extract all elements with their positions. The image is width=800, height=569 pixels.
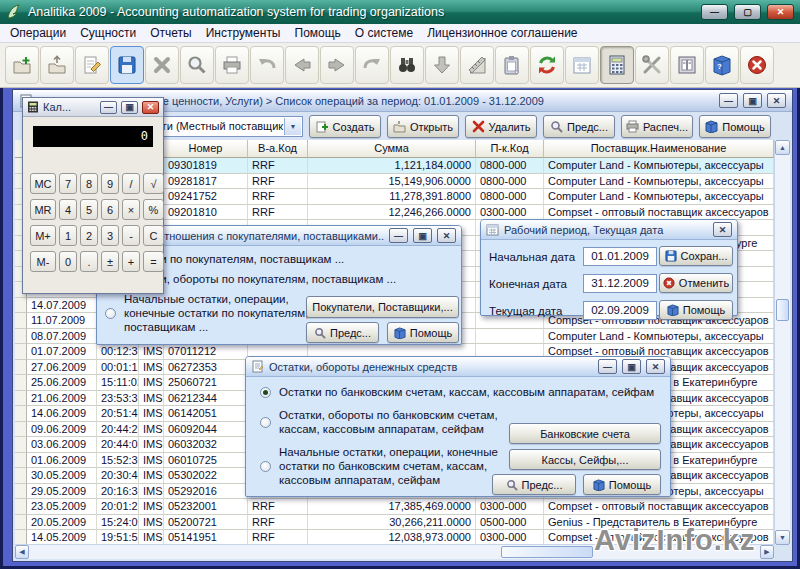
calculator-key[interactable]: ×	[122, 199, 140, 220]
header-pcode[interactable]: П-к.Код	[476, 140, 544, 158]
calculator-key[interactable]: =	[143, 251, 164, 272]
row-selector[interactable]	[15, 422, 27, 438]
header-sum[interactable]: Сумма	[308, 140, 476, 158]
menu-item[interactable]: Лицензионное соглашение	[427, 26, 577, 40]
list-maximize-button[interactable]: ▣	[743, 93, 762, 108]
calc-close-button[interactable]: ✕	[142, 101, 159, 114]
date-input[interactable]: 31.12.2009	[583, 274, 657, 293]
bank-accounts-button[interactable]: Банковские счета	[509, 423, 661, 444]
calculator-key[interactable]: MR	[30, 199, 56, 220]
delete-icon[interactable]	[145, 46, 179, 84]
undo-icon[interactable]	[250, 46, 284, 84]
menu-item[interactable]: Операции	[10, 26, 66, 40]
cash-preview-button[interactable]: Предс...	[492, 474, 576, 495]
partners-preview-button[interactable]: Предс...	[306, 322, 379, 343]
search-icon[interactable]	[180, 46, 214, 84]
chevron-down-icon[interactable]: ▼	[284, 118, 301, 135]
calc-minimize-button[interactable]: —	[100, 101, 117, 114]
calculator-key[interactable]: M+	[30, 225, 56, 246]
preview-button[interactable]: Предс...	[543, 115, 615, 138]
row-selector[interactable]	[15, 406, 27, 422]
row-selector[interactable]	[15, 515, 27, 531]
row-selector[interactable]	[15, 375, 27, 391]
delete-button[interactable]: Удалить	[465, 115, 537, 138]
header-supplier[interactable]: Поставщик.Наименование	[544, 140, 774, 158]
partners-help-button[interactable]: Помощь	[387, 322, 459, 343]
close-button[interactable]: ✕	[767, 4, 794, 20]
row-selector[interactable]	[15, 360, 27, 376]
calculator-key[interactable]: /	[122, 173, 140, 194]
calculator-key[interactable]: 5	[80, 199, 98, 220]
table-row[interactable]: 23.05.2009 20:01:22 IMS 05232001 RRF 17,…	[15, 499, 774, 515]
refresh-icon[interactable]	[530, 46, 564, 84]
back-icon[interactable]	[285, 46, 319, 84]
row-selector[interactable]	[15, 499, 27, 515]
calculator-key[interactable]: +	[122, 251, 140, 272]
period-help-button[interactable]: Помощь	[659, 300, 733, 320]
date-input[interactable]: 01.01.2009	[583, 247, 657, 266]
cash-option[interactable]: Остатки по банковским счетам, кассам, ка…	[260, 385, 654, 399]
edit-icon[interactable]	[75, 46, 109, 84]
period-dialog-titlebar[interactable]: Рабочий период, Текущая дата ✕	[481, 220, 737, 240]
calculator-key[interactable]: 4	[59, 199, 77, 220]
menu-item[interactable]: Инструменты	[206, 26, 281, 40]
menu-item[interactable]: О системе	[355, 26, 413, 40]
calc-maximize-button[interactable]: ▣	[121, 101, 138, 114]
row-selector[interactable]	[15, 391, 27, 407]
scroll-right-icon[interactable]: ▶	[760, 545, 774, 559]
help-icon[interactable]: ?	[705, 46, 739, 84]
open-button[interactable]: Открыть	[387, 115, 459, 138]
row-selector[interactable]	[15, 437, 27, 453]
calculator-key[interactable]: ±	[101, 251, 119, 272]
download-icon[interactable]	[425, 46, 459, 84]
menu-item[interactable]: Помощь	[295, 26, 341, 40]
scroll-down-icon[interactable]: ▼	[775, 530, 790, 545]
calculator-key[interactable]: M-	[30, 251, 56, 272]
calculator-key[interactable]: .	[80, 251, 98, 272]
row-selector[interactable]	[15, 329, 27, 345]
menu-item[interactable]: Сущности	[80, 26, 136, 40]
header-number[interactable]: Номер	[164, 140, 248, 158]
period-save-button[interactable]: Сохран...	[659, 246, 733, 266]
row-selector[interactable]	[15, 453, 27, 469]
print-list-button[interactable]: Распеч...	[621, 115, 693, 138]
cash-help-button[interactable]: Помощь	[583, 474, 661, 495]
calculator-key[interactable]: 1	[59, 225, 77, 246]
radio-icon[interactable]	[260, 461, 271, 472]
calculator-key[interactable]: C	[143, 225, 164, 246]
scroll-up-icon[interactable]: ▲	[775, 140, 790, 155]
ruler-icon[interactable]	[460, 46, 494, 84]
exit-icon[interactable]	[740, 46, 774, 84]
row-selector[interactable]	[15, 298, 27, 314]
calculator-key[interactable]: %	[143, 199, 164, 220]
redo-icon[interactable]	[355, 46, 389, 84]
cash-dialog-titlebar[interactable]: Остатки, обороты денежных средств — ▣ ✕	[246, 357, 670, 377]
cash-safes-button[interactable]: Кассы, Сейфы,...	[509, 449, 661, 470]
maximize-button[interactable]: ▢	[734, 4, 761, 20]
partners-minimize-button[interactable]: —	[389, 228, 408, 243]
calculator-key[interactable]: √	[143, 173, 164, 194]
minimize-button[interactable]: —	[701, 4, 728, 20]
list-close-button[interactable]: ✕	[767, 93, 786, 108]
row-selector[interactable]	[15, 530, 27, 545]
row-selector[interactable]	[15, 344, 27, 360]
calculator-icon[interactable]	[600, 46, 634, 84]
binoculars-icon[interactable]	[390, 46, 424, 84]
list-minimize-button[interactable]: —	[719, 93, 738, 108]
row-selector[interactable]	[15, 313, 27, 329]
horizontal-scroll-thumb[interactable]	[501, 546, 593, 558]
print-icon[interactable]	[215, 46, 249, 84]
partners-close-button[interactable]: ✕	[437, 228, 456, 243]
calculator-key[interactable]: 2	[80, 225, 98, 246]
create-button[interactable]: Создать	[309, 115, 381, 138]
calendar-icon[interactable]	[565, 46, 599, 84]
calculator-key[interactable]: 3	[101, 225, 119, 246]
row-selector[interactable]	[15, 484, 27, 500]
calculator-key[interactable]: 9	[101, 173, 119, 194]
calculator-key[interactable]: 6	[101, 199, 119, 220]
open-icon[interactable]	[40, 46, 74, 84]
period-cancel-button[interactable]: Отменить	[659, 273, 733, 293]
menu-item[interactable]: Отчеты	[150, 26, 191, 40]
date-input[interactable]: 02.09.2009	[583, 301, 657, 320]
calculator-key[interactable]: 7	[59, 173, 77, 194]
